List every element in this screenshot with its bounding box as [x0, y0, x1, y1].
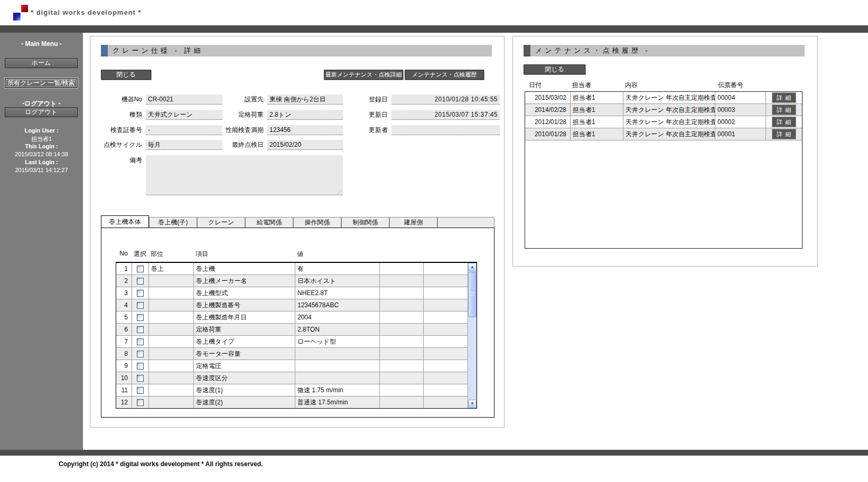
header-slip-no: 伝票番号 — [715, 81, 766, 90]
row-select-checkbox[interactable] — [137, 338, 144, 345]
scrollbar-thumb[interactable] — [468, 272, 477, 317]
scroll-down-icon[interactable]: ▼ — [468, 400, 477, 408]
app-title: * digital works development * — [31, 8, 142, 16]
spec-empty-cell — [424, 275, 468, 287]
spec-part-cell — [149, 311, 194, 323]
row-select-checkbox[interactable] — [137, 302, 144, 309]
spec-empty-cell — [424, 336, 468, 347]
detail-button[interactable]: 詳 細 — [772, 92, 796, 103]
maintenance-slip-cell: 00002 — [715, 116, 766, 128]
spec-table-row: 10 巻速度区分 — [116, 372, 468, 384]
spec-part-cell — [149, 287, 194, 299]
spec-empty-cell — [424, 360, 468, 372]
row-select-checkbox[interactable] — [137, 326, 144, 333]
tab-power-supply[interactable]: 給電関係 — [245, 217, 293, 228]
spec-part-cell — [149, 299, 194, 311]
spec-table-row: 4 巻上機製造番号 12345678ABC — [116, 299, 468, 311]
row-select-checkbox[interactable] — [137, 375, 144, 382]
title-accent-square — [101, 45, 108, 56]
header-no: No — [116, 250, 132, 258]
maintenance-slip-cell: 00003 — [715, 104, 766, 116]
tab-hoist-main[interactable]: 巻上機本体 — [101, 215, 149, 228]
updater-field — [391, 125, 500, 135]
tab-operation[interactable]: 操作関係 — [293, 217, 341, 228]
maintenance-row: 2012/01/28 担当者1 天井クレーン 年次自主定期検査 00002 詳 … — [525, 116, 802, 128]
spec-empty-cell — [424, 324, 468, 335]
crane-list-search-button[interactable]: 所有クレーン 一覧/検索 — [5, 78, 78, 88]
home-button[interactable]: ホーム — [5, 58, 78, 68]
title-accent-square — [524, 45, 530, 56]
maintenance-date-cell: 2012/01/28 — [525, 116, 571, 128]
detail-button[interactable]: 詳 細 — [772, 117, 796, 127]
spec-part-cell — [149, 336, 194, 347]
scroll-up-icon[interactable]: ▲ — [468, 263, 477, 271]
logout-button[interactable]: ログアウト — [5, 107, 78, 117]
performance-expiry-label: 性能検査満期 — [212, 125, 264, 135]
detail-button[interactable]: 詳 細 — [772, 105, 796, 115]
app-header: * digital works development * — [0, 0, 868, 25]
spec-select-cell — [132, 263, 149, 275]
tab-crane[interactable]: クレーン — [197, 217, 245, 228]
latest-maintenance-detail-button[interactable]: 最新メンテナンス・点検詳細 — [324, 70, 403, 80]
tab-building[interactable]: 建屋側 — [389, 217, 437, 228]
rated-load-field: 2.8トン — [267, 110, 343, 120]
spec-empty-cell — [380, 360, 424, 372]
spec-item-cell: 巻上機 — [194, 263, 295, 275]
row-select-checkbox[interactable] — [137, 351, 144, 357]
spec-part-cell — [149, 384, 194, 396]
logo-blue-square — [13, 13, 21, 21]
tab-hoist-sub[interactable]: 巻上機(子) — [149, 217, 197, 228]
tab-control[interactable]: 制御関係 — [341, 217, 389, 228]
maintenance-person-cell: 担当者1 — [571, 116, 623, 128]
spec-select-cell — [132, 299, 149, 311]
spec-part-cell — [149, 372, 194, 384]
maintenance-header-row: 日付 担当者 内容 伝票番号 — [525, 81, 802, 90]
spec-part-cell — [149, 275, 194, 287]
spec-item-cell: 巻上機タイプ — [194, 336, 295, 347]
spec-tab-bar: 巻上機本体 巻上機(子) クレーン 給電関係 操作関係 制御関係 建屋側 — [101, 215, 494, 228]
row-select-checkbox[interactable] — [137, 399, 144, 406]
crane-spec-title: クレーン仕様 - 詳細 — [113, 46, 203, 55]
maintenance-person-cell: 担当者1 — [571, 92, 623, 103]
maintenance-person-cell: 担当者1 — [571, 128, 623, 140]
maintenance-date-cell: 2015/03/02 — [525, 92, 571, 103]
spec-table-row: 7 巻上機タイプ ローヘッド型 — [116, 336, 468, 348]
login-user-value: 担当者1 — [0, 135, 83, 143]
type-label: 種類 — [90, 110, 142, 120]
spec-table-scrollbar[interactable]: ▲ ▼ — [468, 263, 477, 408]
maintenance-row: 2010/01/28 担当者1 天井クレーン 年次自主定期検査 00001 詳 … — [525, 128, 802, 140]
certificate-no-label: 検査証番号 — [90, 125, 142, 135]
updater-label: 更新者 — [339, 125, 388, 135]
resize-grip-icon[interactable]: ⋰ — [337, 190, 342, 194]
certificate-no-field: - — [146, 125, 222, 135]
row-select-checkbox[interactable] — [137, 278, 144, 285]
row-select-checkbox[interactable] — [137, 266, 144, 272]
spec-part-cell — [149, 324, 194, 335]
spec-empty-cell — [424, 287, 468, 299]
spec-empty-cell — [380, 324, 424, 335]
row-select-checkbox[interactable] — [137, 290, 144, 297]
login-user-label: Login User : — [0, 127, 83, 134]
spec-table-row: 11 巻速度(1) 微速 1.75 m/min — [116, 384, 468, 396]
spec-select-cell — [132, 275, 149, 287]
app-logo-icon — [13, 5, 28, 22]
spec-item-cell: 巻上機製造番号 — [194, 299, 295, 311]
crane-spec-title-bar: クレーン仕様 - 詳細 — [101, 45, 492, 56]
close-button[interactable]: 閉じる — [101, 70, 151, 80]
maintenance-history-button[interactable]: メンテナンス・点検履歴 — [405, 70, 484, 80]
remarks-textarea[interactable]: ⋰ — [146, 155, 343, 195]
spec-item-cell: 巻上機製造年月日 — [194, 311, 295, 323]
detail-button[interactable]: 詳 細 — [772, 129, 796, 139]
maintenance-person-cell: 担当者1 — [571, 104, 623, 116]
spec-part-cell — [149, 360, 194, 372]
row-select-checkbox[interactable] — [137, 314, 144, 321]
maintenance-close-button[interactable]: 閉じる — [524, 64, 585, 74]
spec-table-row: 6 定格荷重 2.8TON — [116, 324, 468, 336]
header-divider-bar — [0, 25, 868, 33]
spec-item-cell: 巻モーター容量 — [194, 348, 295, 360]
spec-row-number: 5 — [116, 311, 132, 323]
row-select-checkbox[interactable] — [137, 387, 144, 394]
spec-empty-cell — [380, 348, 424, 360]
row-select-checkbox[interactable] — [137, 363, 144, 370]
this-login-label: This Login : — [0, 143, 83, 149]
